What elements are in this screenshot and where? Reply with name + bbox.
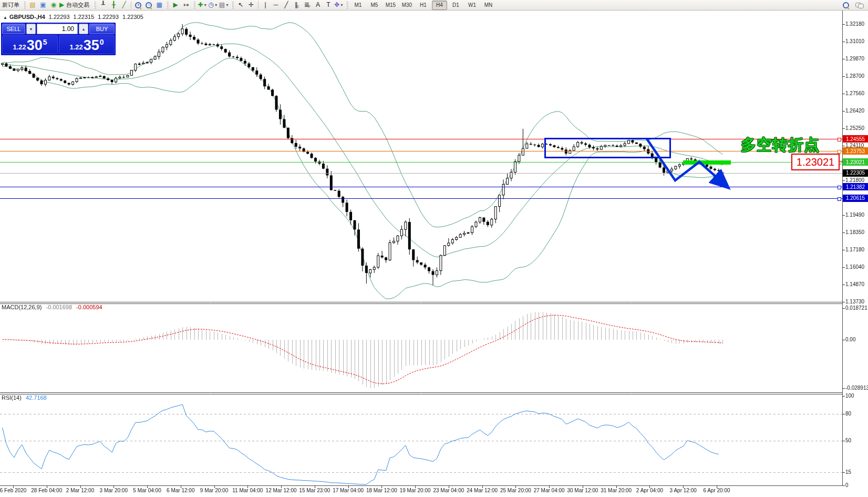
- date-tick-label: 6 Apr 20:00: [695, 488, 739, 493]
- price-tick-label: 1.21800: [845, 177, 864, 183]
- price-tick-label: 1.19490: [845, 212, 864, 218]
- rsi-value: 42.7168: [26, 394, 47, 401]
- price-callout-label[interactable]: 1.23021: [791, 154, 840, 170]
- price-badge: 1.21382: [843, 183, 868, 190]
- rsi-label: RSI(14): [2, 394, 22, 401]
- price-badge: 1.22305: [843, 169, 868, 177]
- level-line-handle[interactable]: [838, 150, 841, 154]
- sell-price-point: 5: [43, 38, 47, 46]
- buy-price-pips: 35: [84, 38, 99, 53]
- horizontal-level-line[interactable]: [0, 151, 842, 151]
- support-highlight-bar[interactable]: [683, 160, 731, 165]
- horizontal-level-line[interactable]: [0, 198, 842, 199]
- macd-label: MACD(12,26,9): [2, 304, 42, 310]
- macd-label-row: MACD(12,26,9) -0.001698 -0.000594: [2, 304, 102, 310]
- volume-input[interactable]: 1.00: [37, 24, 78, 34]
- price-tick-label: 1.27560: [845, 90, 864, 96]
- price-tick-label: 1.25250: [845, 125, 864, 131]
- chart-canvas[interactable]: [0, 0, 868, 497]
- price-tick-label: 1.13730: [845, 299, 864, 305]
- price-tick-label: 1.31010: [845, 38, 864, 44]
- rsi-tick-label: 100: [845, 393, 854, 399]
- rsi-tick-label: 15: [845, 469, 851, 475]
- symbol-title: GBPUSD-,H4: [9, 14, 45, 20]
- price-badge: 1.23021: [843, 158, 868, 166]
- price-badge: 1.24555: [843, 135, 868, 143]
- macd-tick-label: -0.028913: [845, 385, 868, 391]
- ohlc-open: 1.22293: [49, 14, 70, 20]
- volume-increase-button[interactable]: ▲: [79, 24, 88, 34]
- turning-point-text[interactable]: 多空转折点: [741, 135, 820, 156]
- volume-decrease-button[interactable]: ▼: [26, 24, 36, 34]
- macd-tick-label: 0.00: [845, 337, 855, 342]
- level-line-handle[interactable]: [838, 138, 841, 141]
- price-tick-label: 1.18350: [845, 229, 864, 235]
- price-tick-label: 1.16040: [845, 264, 864, 270]
- macd-tick-label: 0.018721: [845, 305, 867, 311]
- price-tick-label: 1.17180: [845, 247, 864, 252]
- level-line-handle[interactable]: [838, 186, 841, 189]
- price-badge: 1.20615: [843, 195, 868, 202]
- price-badge: 1.23753: [843, 147, 868, 155]
- sell-price[interactable]: 1.22 30 5: [2, 35, 58, 54]
- macd-signal-value: -0.000594: [76, 304, 102, 310]
- buy-button[interactable]: BUY: [89, 24, 115, 34]
- horizontal-level-line[interactable]: [0, 187, 842, 187]
- mt4-window: 新订单▤▣◉▶自动交易┸╂╱+−▦▶↦✚▼◷▼▤▼↖✛|─╱∥E≣FAT✥▼ M…: [0, 0, 868, 497]
- ohlc-high: 1.22315: [74, 14, 95, 20]
- rsi-tick-label: 50: [845, 438, 851, 443]
- sell-price-prefix: 1.22: [13, 43, 26, 51]
- one-click-trading-panel: SELL ▼ 1.00 ▲ BUY 1.22 30 5 1.22 35 0: [1, 23, 116, 55]
- price-tick-label: 1.28700: [845, 73, 864, 79]
- rsi-tick-label: 80: [845, 411, 851, 417]
- buy-price-point: 0: [100, 38, 104, 46]
- buy-price[interactable]: 1.22 35 0: [59, 35, 115, 54]
- rsi-tick-label: 0: [845, 482, 849, 488]
- price-tick-label: 1.26420: [845, 108, 864, 114]
- consolidation-rectangle[interactable]: [544, 138, 671, 158]
- rsi-label-row: RSI(14) 42.7168: [2, 394, 47, 401]
- level-line-handle[interactable]: [838, 197, 841, 201]
- horizontal-level-line[interactable]: [0, 173, 842, 174]
- ohlc-low: 1.22293: [98, 14, 119, 20]
- collapse-quote-icon[interactable]: ▲: [3, 15, 7, 20]
- horizontal-level-line[interactable]: [0, 139, 842, 139]
- ohlc-close: 1.22305: [122, 14, 143, 20]
- chart-ohlc-header: ▲GBPUSD-,H41.222931.223151.222931.22305: [3, 14, 143, 20]
- macd-main-value: -0.001698: [46, 304, 72, 310]
- price-tick-label: 1.14870: [845, 281, 864, 287]
- price-tick-label: 1.29870: [845, 56, 864, 62]
- sell-price-pips: 30: [27, 38, 43, 53]
- price-tick-label: 1.32180: [845, 21, 864, 27]
- buy-price-prefix: 1.22: [69, 43, 82, 51]
- sell-button[interactable]: SELL: [2, 24, 25, 34]
